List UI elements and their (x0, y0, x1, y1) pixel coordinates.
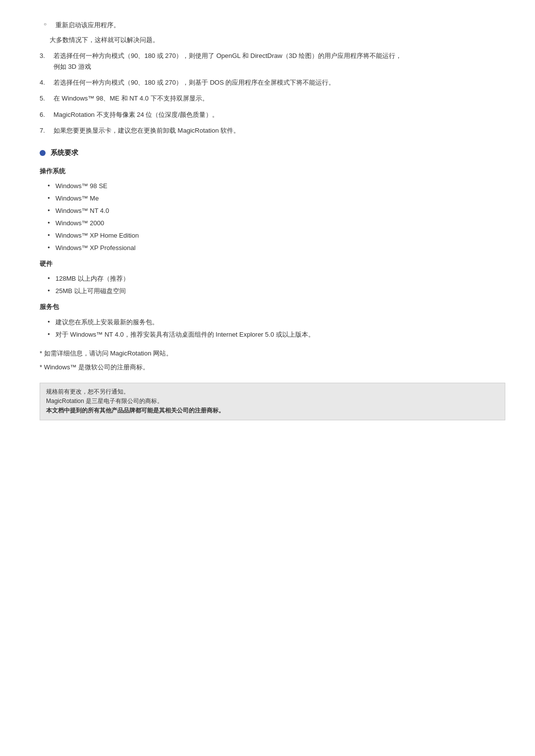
item-6-num: 6. (40, 109, 54, 120)
item-6-text: MagicRotation 不支持每像素 24 位（位深度/颜色质量）。 (54, 111, 218, 118)
footer-line-2: MagicRotation 是三星电子有限公司的商标。 (46, 397, 499, 406)
service-pack-section: 服务包 建议您在系统上安装最新的服务包。 对于 Windows™ NT 4.0，… (40, 302, 505, 340)
os-item-1: Windows™ 98 SE (49, 181, 505, 192)
hardware-item-2: 25MB 以上可用磁盘空间 (49, 286, 505, 297)
os-section: 操作系统 Windows™ 98 SE Windows™ Me Windows™… (40, 166, 505, 254)
item-6-content: MagicRotation 不支持每像素 24 位（位深度/颜色质量）。 (54, 109, 505, 120)
numbered-item-3: 3. 若选择任何一种方向模式（90、180 或 270），则使用了 OpenGL… (40, 50, 505, 72)
note-2: * Windows™ 是微软公司的注册商标。 (40, 362, 505, 373)
footer-line-1: 规格前有更改，恕不另行通知。 (46, 387, 499, 397)
item-7-num: 7. (40, 125, 54, 136)
numbered-section: 3. 若选择任何一种方向模式（90、180 或 270），则使用了 OpenGL… (40, 50, 505, 136)
numbered-item-7: 7. 如果您要更换显示卡，建议您在更换前卸载 MagicRotation 软件。 (40, 125, 505, 136)
item-4-num: 4. (40, 77, 54, 88)
intro-subnote-2: 大多数情况下，这样就可以解决问题。 (50, 35, 505, 46)
item-3-content: 若选择任何一种方向模式（90、180 或 270），则使用了 OpenGL 和 … (54, 50, 505, 72)
intro-subnote-1: 重新启动该应用程序。 (50, 20, 505, 31)
numbered-item-6: 6. MagicRotation 不支持每像素 24 位（位深度/颜色质量）。 (40, 109, 505, 120)
hardware-item-1: 128MB 以上内存（推荐） (49, 273, 505, 284)
os-item-2: Windows™ Me (49, 193, 505, 204)
section-bullet-icon (40, 150, 46, 156)
item-7-text: 如果您要更换显示卡，建议您在更换前卸载 MagicRotation 软件。 (54, 127, 240, 134)
item-5-num: 5. (40, 93, 54, 104)
service-pack-section-title: 服务包 (40, 302, 505, 312)
hardware-section: 硬件 128MB 以上内存（推荐） 25MB 以上可用磁盘空间 (40, 258, 505, 297)
os-item-5: Windows™ XP Home Edition (49, 230, 505, 241)
os-section-title: 操作系统 (40, 166, 505, 177)
intro-subnotes: 重新启动该应用程序。 大多数情况下，这样就可以解决问题。 (40, 20, 505, 46)
numbered-item-5: 5. 在 Windows™ 98、ME 和 NT 4.0 下不支持双屏显示。 (40, 93, 505, 104)
os-item-3: Windows™ NT 4.0 (49, 205, 505, 216)
hardware-list: 128MB 以上内存（推荐） 25MB 以上可用磁盘空间 (49, 273, 505, 297)
system-requirements-title: 系统要求 (51, 147, 78, 159)
hardware-section-title: 硬件 (40, 258, 505, 269)
footer-box: 规格前有更改，恕不另行通知。 MagicRotation 是三星电子有限公司的商… (40, 383, 505, 420)
item-3-text: 若选择任何一种方向模式（90、180 或 270），则使用了 OpenGL 和 … (54, 52, 402, 59)
service-pack-list: 建议您在系统上安装最新的服务包。 对于 Windows™ NT 4.0，推荐安装… (49, 317, 505, 340)
item-3-num: 3. (40, 50, 54, 72)
item-3-subtext: 例如 3D 游戏 (54, 63, 91, 70)
item-4-content: 若选择任何一种方向模式（90、180 或 270），则基于 DOS 的应用程序在… (54, 77, 505, 88)
system-requirements-header: 系统要求 (40, 147, 505, 159)
item-5-content: 在 Windows™ 98、ME 和 NT 4.0 下不支持双屏显示。 (54, 93, 505, 104)
note-1: * 如需详细信息，请访问 MagicRotation 网站。 (40, 348, 505, 359)
service-pack-item-2: 对于 Windows™ NT 4.0，推荐安装具有活动桌面组件的 Interne… (49, 329, 505, 340)
item-7-content: 如果您要更换显示卡，建议您在更换前卸载 MagicRotation 软件。 (54, 125, 505, 136)
os-list: Windows™ 98 SE Windows™ Me Windows™ NT 4… (49, 181, 505, 254)
os-item-6: Windows™ XP Professional (49, 243, 505, 253)
item-4-text: 若选择任何一种方向模式（90、180 或 270），则基于 DOS 的应用程序在… (54, 79, 335, 86)
item-5-text: 在 Windows™ 98、ME 和 NT 4.0 下不支持双屏显示。 (54, 95, 209, 102)
service-pack-item-1: 建议您在系统上安装最新的服务包。 (49, 317, 505, 328)
numbered-item-4: 4. 若选择任何一种方向模式（90、180 或 270），则基于 DOS 的应用… (40, 77, 505, 88)
notes-section: * 如需详细信息，请访问 MagicRotation 网站。 * Windows… (40, 348, 505, 373)
os-item-4: Windows™ 2000 (49, 218, 505, 229)
footer-line-3: 本文档中提到的所有其他产品品牌都可能是其相关公司的注册商标。 (46, 406, 499, 415)
